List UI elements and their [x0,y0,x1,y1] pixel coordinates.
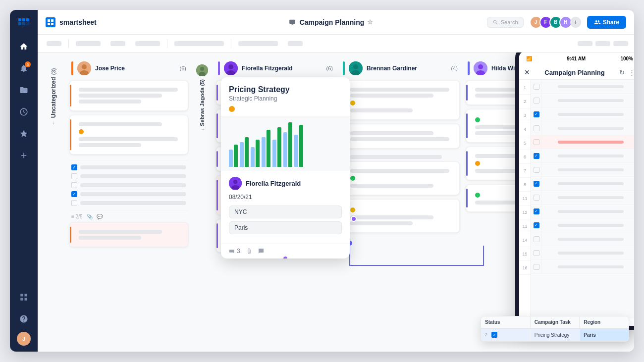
sidebar-clock-icon[interactable] [15,103,33,121]
sebras-label: Sebras Jagoda (5) [199,79,205,126]
jose-row-3[interactable] [69,181,188,190]
brennan-card-2[interactable] [341,124,460,149]
card-bar [216,180,218,210]
grid-row-11[interactable] [531,191,634,205]
add-member-button[interactable]: + [570,17,581,28]
sidebar-plus-icon[interactable] [15,147,33,164]
sidebar-home-icon[interactable] [15,38,33,55]
toolbar-filter[interactable] [73,40,104,47]
uncategorized-expand[interactable]: ↓ [53,120,55,125]
grid-row-8[interactable] [531,177,634,191]
cell-checkbox[interactable] [531,163,542,176]
grid-row-5[interactable] [531,135,634,149]
share-button[interactable]: Share [587,16,626,29]
cell-checkbox[interactable] [531,80,542,93]
grid-row-3[interactable] [531,107,634,121]
sidebar-grid-icon[interactable] [15,288,33,306]
cell-content [542,149,634,162]
card-bar [466,85,468,101]
grid-row-15[interactable] [531,246,634,260]
toolbar-divider-1 [68,39,69,48]
phone-time: 9:41 AM [567,56,586,61]
grid-row-7[interactable] [531,163,634,177]
bar-group-1 [229,145,238,167]
toolbar-auto[interactable] [235,40,281,47]
search-box[interactable]: Search [487,17,524,28]
cell-checkbox[interactable] [531,149,542,162]
cell-checkbox[interactable] [531,191,542,204]
grid-row-16[interactable] [531,260,634,274]
td-checkbox[interactable]: ✓ [491,332,497,338]
cell-content [542,94,634,107]
jose-card-1[interactable] [69,80,188,111]
cell-checkbox[interactable] [531,246,542,259]
phone-more-icon[interactable]: ⋮ [629,69,634,76]
grid-row-2[interactable] [531,94,634,107]
grid-row-1[interactable] [531,80,634,94]
grid-row-12[interactable] [531,205,634,218]
cell-checkbox[interactable] [531,232,542,246]
user-avatar[interactable]: J [17,332,31,346]
card-line [79,236,141,240]
cell-checkbox[interactable] [531,260,542,273]
fiorella-avatar [224,61,238,75]
jose-row-2[interactable] [69,172,188,181]
fc-attachment-icon [246,248,252,254]
phone-grid [531,80,634,318]
brand-icon [46,17,55,27]
top-right: Search J F B H + Share [517,16,626,29]
jose-card-3[interactable] [69,222,188,247]
toolbar-group[interactable] [107,40,128,47]
cell-checkbox[interactable] [531,121,542,135]
row-16: 16 [519,261,531,275]
brennan-card-3[interactable] [341,161,460,195]
phone-refresh-icon[interactable]: ↻ [619,69,625,76]
card-line [80,201,186,205]
card-bar [466,113,468,138]
jose-bar [71,61,73,75]
cell-content [542,80,634,93]
cell-content [542,135,634,149]
bar [234,145,238,167]
card-line [350,94,433,98]
sidebar-help-icon[interactable] [15,310,33,328]
bar-group-2 [240,137,249,167]
fc-tag-nyc[interactable]: NYC [229,206,342,218]
toolbar-view[interactable] [285,40,306,47]
grid-row-4[interactable] [531,121,634,135]
sidebar-bell-icon[interactable]: 3 [15,59,33,77]
cell-checkbox[interactable] [531,205,542,218]
jose-card-2[interactable] [69,115,188,155]
jose-row-4[interactable]: ✓ [69,190,188,199]
cell-content [542,191,634,204]
fc-tag-paris[interactable]: Paris [229,221,342,234]
phone-close-icon[interactable]: ✕ [524,68,530,76]
grid-row-13[interactable] [531,218,634,232]
sidebar-star-icon[interactable] [15,125,33,143]
grid-row-14[interactable] [531,232,634,246]
campaign-title: Campaign Planning ☆ [300,18,374,26]
jose-checked-row-1[interactable]: ✓ [69,163,188,172]
toolbar-divider-2 [167,39,167,48]
cell-checkbox[interactable] [531,94,542,107]
toolbar-sort[interactable] [132,40,163,47]
brennan-card-4[interactable] [341,199,460,233]
toolbar-cols[interactable] [171,40,227,47]
table-data-row[interactable]: 2 ✓ Pricing Strategy Paris [481,329,629,341]
grid-row-6[interactable] [531,149,634,163]
brennan-card-1[interactable] [341,80,460,120]
cell-checkbox[interactable] [531,218,542,232]
bar-group-4 [262,130,270,167]
bar [299,125,303,167]
toolbar-hide-icon[interactable] [44,40,64,47]
cell-checkbox[interactable] [531,135,542,149]
star-icon[interactable]: ☆ [367,18,373,26]
sebras-expand[interactable]: ↓ [200,128,205,131]
board-area: Uncategorized (3) ↓ Jose Price (6) [38,52,634,352]
sidebar-folder-icon[interactable] [15,81,33,99]
td-task: Pricing Strategy [531,329,580,341]
bar [288,122,292,167]
cell-checkbox[interactable] [531,107,542,121]
jose-row-5[interactable] [69,199,188,207]
cell-checkbox[interactable] [531,177,542,190]
